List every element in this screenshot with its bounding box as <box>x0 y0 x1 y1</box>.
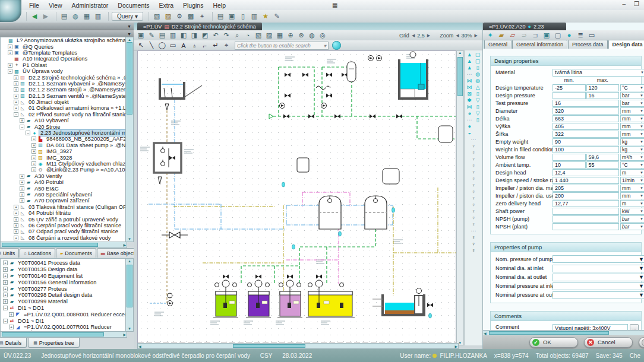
expand-toggle-icon[interactable]: + <box>31 155 36 160</box>
unit-select[interactable]: °C▼ <box>620 161 644 169</box>
expand-toggle-icon[interactable]: + <box>9 325 14 329</box>
favorites-icon[interactable]: ★ <box>261 12 270 21</box>
tree-item[interactable]: +▰A30 Ventily <box>1 173 127 179</box>
print-icon[interactable]: ▥ <box>93 12 103 21</box>
list-item[interactable]: +▰Y00T00140 Equipment list <box>1 273 127 280</box>
field-select[interactable]: ▼ <box>553 274 644 281</box>
menu-extra[interactable]: Extra <box>154 1 178 9</box>
tree-item[interactable]: +◺04 Potrubí filtrátu <box>1 210 127 216</box>
tree-item[interactable]: +▰A60 Speciální vybavení <box>1 192 127 198</box>
palette-symbol[interactable]: ▢ <box>475 52 481 58</box>
tree-item[interactable]: −◺02 Přívod surové vody na filtrační sta… <box>1 112 127 118</box>
unit-select[interactable]: °C▼ <box>620 84 644 91</box>
menu-help[interactable]: Help <box>209 1 230 9</box>
field-input-min[interactable] <box>553 154 586 161</box>
unit-select[interactable]: kg▼ <box>620 138 644 145</box>
tree-item[interactable]: +⚙@Link@2.23 Pump » =A10.A10==ŽR.ÚVŽR.02… <box>1 167 127 173</box>
menu-view[interactable]: View <box>45 1 67 9</box>
unlock-icon[interactable]: ▢ <box>553 31 563 40</box>
palette-symbol[interactable]: ▲ <box>467 52 472 58</box>
expand-toggle-icon[interactable]: + <box>20 186 24 191</box>
palette-symbol[interactable]: ♀ <box>472 189 476 195</box>
expand-toggle-icon[interactable]: + <box>14 223 18 228</box>
tree-vertical-scrollbar[interactable]: ▲▼ <box>125 37 134 242</box>
field-select[interactable]: ▼ <box>553 291 644 299</box>
field-input[interactable]: 405 <box>553 123 619 130</box>
tree-item[interactable]: +◺01 Odkalovací armaturní komora » +1.L0… <box>1 105 127 111</box>
tree-item[interactable]: +◺07 Odpad prací vody filtrační stanice <box>1 228 127 234</box>
tree-item[interactable]: +◺08 Čerpání a rozvod tlakové vody <box>1 235 127 241</box>
palette-symbol[interactable]: ♀ <box>472 241 476 247</box>
expand-toggle-icon[interactable]: + <box>14 100 18 104</box>
tab-documents[interactable]: ▰Documents <box>56 248 96 258</box>
expand-toggle-icon[interactable]: + <box>14 236 18 240</box>
zoom-prev-icon[interactable]: ▨ <box>264 31 274 40</box>
tree-item[interactable]: ▦L? Anonymizovaná ukázka strojního schém… <box>1 37 127 43</box>
field-input[interactable] <box>553 208 619 215</box>
wizard-icon[interactable]: ⚙ <box>175 12 184 21</box>
tree-item[interactable]: +▥D2.1.1 Seznam vybavení » .@NameSystem.… <box>1 81 127 87</box>
tab-process-data[interactable]: Process data <box>568 40 608 49</box>
tree-item[interactable]: +◉M11 Čtyřpólový vzduchem chlazený elekt… <box>1 161 127 167</box>
globe-icon[interactable]: ◎ <box>318 31 327 40</box>
field-input[interactable]: 1 440 <box>553 177 619 184</box>
palette-symbol[interactable]: ♀ <box>472 195 476 202</box>
tree-item[interactable]: +▣@Q Queries <box>1 43 127 49</box>
palette-symbol[interactable]: ⋯ <box>467 117 472 123</box>
expand-toggle-icon[interactable]: + <box>20 180 24 185</box>
expand-toggle-icon[interactable]: + <box>3 287 8 291</box>
nav-back-icon[interactable]: ◀ <box>30 12 39 21</box>
tree-item[interactable]: +▥D2.1.2 Seznam strojů » .@NameSystem.P.… <box>1 87 127 93</box>
tree-item[interactable]: +▰A40 Potrubí <box>1 179 127 185</box>
zoom-window-icon[interactable]: ◔ <box>243 31 252 40</box>
palette-symbol[interactable]: ♀ <box>472 234 476 241</box>
chevron-down-icon[interactable]: ▼ <box>127 24 131 28</box>
list-item[interactable]: +◤=P1.ÚV.02.Q001.008R001 Reducer eccentr… <box>1 311 127 317</box>
zoom-increase[interactable]: ▶ <box>475 33 478 38</box>
expand-toggle-icon[interactable]: − <box>8 69 12 74</box>
unit-select[interactable]: kg▼ <box>620 146 644 153</box>
field-input[interactable]: 90 <box>553 138 619 145</box>
tree-item[interactable]: +▤D2.2 Strojně-technologické schéma » .@… <box>1 74 127 80</box>
report-icon[interactable]: ▨ <box>163 12 173 21</box>
print-preview-icon[interactable]: ▤ <box>59 12 69 21</box>
unit-select[interactable]: mm▼ <box>620 115 644 122</box>
expand-toggle-icon[interactable]: + <box>3 261 8 265</box>
redline-icon[interactable]: ⊗ <box>296 31 306 40</box>
field-input-max[interactable]: 16 <box>586 92 620 99</box>
tree-horizontal-scrollbar[interactable]: ▶ <box>0 242 127 248</box>
expand-toggle-icon[interactable]: + <box>20 198 24 203</box>
tab-base-objects[interactable]: ▬Base objects <box>97 248 134 258</box>
palette-symbol[interactable]: ♀ <box>472 202 476 208</box>
field-input[interactable]: 100 <box>553 146 619 153</box>
menu-documents[interactable]: Documents <box>113 1 153 9</box>
link-icon[interactable]: ⊃ <box>519 31 529 40</box>
list-item[interactable]: −⇄DO1 ~ DI1 <box>1 317 127 324</box>
palette-symbol[interactable]: ◕ <box>468 110 471 117</box>
menu-file[interactable]: File <box>25 1 43 9</box>
apply-button[interactable]: Apply <box>639 337 644 348</box>
palette-symbol[interactable]: ▲ <box>467 65 472 71</box>
tree-item-selected[interactable]: −●2.23 Jednostupňové horizontální monobl… <box>1 130 127 136</box>
palette-symbol[interactable]: ♀ <box>472 156 476 163</box>
canvas-vertical-scrollbar[interactable]: ▲▼ <box>456 50 464 345</box>
unit-select[interactable]: bar▼ <box>620 92 644 99</box>
search-scope-button[interactable] <box>332 41 341 50</box>
expand-toggle-icon[interactable]: + <box>31 136 36 141</box>
list-vertical-scrollbar[interactable]: ▲▼ <box>125 258 134 332</box>
expand-toggle-icon[interactable]: − <box>3 306 8 310</box>
list-item[interactable]: +▰Y00T00298 Detail design data <box>1 292 127 299</box>
tree-item[interactable]: +▰A70 Dopravní zařízení <box>1 198 127 204</box>
unit-select[interactable]: mm▼ <box>620 185 644 192</box>
edit-icon[interactable]: ✎ <box>272 12 282 21</box>
unit-select[interactable]: bar▼ <box>620 223 644 230</box>
explorer-icon[interactable]: ▩ <box>186 12 195 21</box>
tab-general-information[interactable]: General information <box>512 40 567 49</box>
search-input[interactable]: Click the button to enable search ▾ <box>235 42 329 50</box>
tree-item[interactable]: +▙98468903_NB_65200205_AAF2LESBQQEJW3 <box>1 136 127 142</box>
list-item[interactable]: +▰Y00T00041 Process data <box>1 260 127 266</box>
field-input-min[interactable] <box>553 92 586 99</box>
menu-plugins[interactable]: Plugins <box>179 1 207 9</box>
expand-toggle-icon[interactable]: + <box>31 149 36 154</box>
palette-symbol[interactable]: ▯ <box>476 104 479 110</box>
